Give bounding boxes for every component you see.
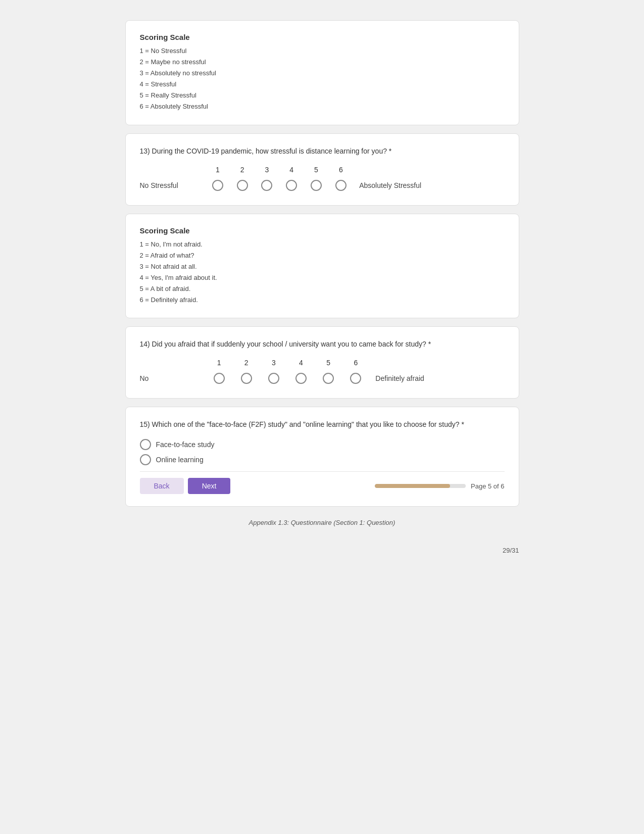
scale-item-2-1: 1 = No, I'm not afraid. <box>140 239 505 250</box>
scale-num-13-3: 3 <box>255 166 279 178</box>
option-15-2-label: Online learning <box>156 456 204 464</box>
question-13-text: 13) During the COVID-19 pandemic, how st… <box>140 146 505 157</box>
scale-14-header: 1 2 3 4 5 6 <box>140 359 505 371</box>
question-13-card: 13) During the COVID-19 pandemic, how st… <box>125 133 519 206</box>
scoring-scale-card-2: Scoring Scale 1 = No, I'm not afraid. 2 … <box>125 214 519 319</box>
scoring-scale-list-2: 1 = No, I'm not afraid. 2 = Afraid of wh… <box>140 239 505 306</box>
back-button[interactable]: Back <box>140 478 184 494</box>
option-15-1[interactable]: Face-to-face study <box>140 439 505 450</box>
scale-num-14-3: 3 <box>260 359 287 371</box>
scoring-scale-title-2: Scoring Scale <box>140 226 505 235</box>
scale-num-14-4: 4 <box>287 359 315 371</box>
navigation-bar: Back Next Page 5 of 6 <box>140 471 505 494</box>
scale-item-2-2: 2 = Afraid of what? <box>140 250 505 261</box>
scale-num-13-6: 6 <box>328 166 353 178</box>
scale-item-1-4: 4 = Stressful <box>140 79 505 90</box>
scale-num-13-4: 4 <box>279 166 304 178</box>
scale-item-2-5: 5 = A bit of afraid. <box>140 283 505 295</box>
progress-bar-container: Page 5 of 6 <box>375 482 505 490</box>
radio-14-5[interactable] <box>323 373 334 384</box>
scale-14-right-label: Definitely afraid <box>369 371 504 386</box>
page-number: 29/31 <box>125 547 519 554</box>
scale-13-left-label: No Stressful <box>140 178 206 193</box>
caption: Appendix 1.3: Questionnaire (Section 1: … <box>125 519 519 526</box>
next-button[interactable]: Next <box>188 478 231 494</box>
scoring-scale-card-1: Scoring Scale 1 = No Stressful 2 = Maybe… <box>125 20 519 125</box>
question-15-card: 15) Which one of the "face-to-face (F2F)… <box>125 407 519 507</box>
question-14-card: 14) Did you afraid that if suddenly your… <box>125 326 519 399</box>
page-label: Page 5 of 6 <box>471 482 505 490</box>
radio-13-5[interactable] <box>311 180 322 191</box>
scoring-scale-title-1: Scoring Scale <box>140 33 505 41</box>
radio-13-4[interactable] <box>286 180 297 191</box>
scale-13-radios: No Stressful Absolutely Stressful <box>140 178 505 193</box>
progress-track <box>375 484 466 488</box>
scale-item-1-1: 1 = No Stressful <box>140 45 505 57</box>
radio-14-6[interactable] <box>350 373 361 384</box>
scale-item-1-2: 2 = Maybe no stressful <box>140 57 505 68</box>
scale-13-header: 1 2 3 4 5 6 <box>140 166 505 178</box>
scale-num-14-6: 6 <box>342 359 369 371</box>
radio-13-2[interactable] <box>237 180 248 191</box>
scale-item-1-5: 5 = Really Stressful <box>140 90 505 101</box>
scale-item-1-3: 3 = Absolutely no stressful <box>140 68 505 79</box>
radio-13-1[interactable] <box>212 180 223 191</box>
scale-item-1-6: 6 = Absolutely Stressful <box>140 101 505 112</box>
question-14-text: 14) Did you afraid that if suddenly your… <box>140 339 505 350</box>
radio-14-3[interactable] <box>268 373 279 384</box>
scale-num-14-2: 2 <box>233 359 260 371</box>
radio-15-1[interactable] <box>140 439 151 450</box>
scoring-scale-list-1: 1 = No Stressful 2 = Maybe no stressful … <box>140 45 505 113</box>
question-15-text: 15) Which one of the "face-to-face (F2F)… <box>140 419 505 430</box>
scale-14-radios: No Definitely afraid <box>140 371 505 386</box>
option-15-1-label: Face-to-face study <box>156 440 215 449</box>
page-container: Scoring Scale 1 = No Stressful 2 = Maybe… <box>125 20 519 554</box>
scale-13-right-label: Absolutely Stressful <box>353 178 504 193</box>
scale-item-2-3: 3 = Not afraid at all. <box>140 261 505 272</box>
radio-15-2[interactable] <box>140 454 151 465</box>
radio-13-6[interactable] <box>335 180 346 191</box>
question-14-scale: 1 2 3 4 5 6 No Definitely afraid <box>140 359 505 386</box>
radio-14-4[interactable] <box>295 373 307 384</box>
question-13-scale: 1 2 3 4 5 6 No Stressful Absolutely <box>140 166 505 193</box>
scale-item-2-6: 6 = Definitely afraid. <box>140 295 505 306</box>
scale-num-13-1: 1 <box>206 166 230 178</box>
radio-13-3[interactable] <box>261 180 272 191</box>
radio-14-2[interactable] <box>241 373 252 384</box>
option-15-2[interactable]: Online learning <box>140 454 505 465</box>
scale-num-14-1: 1 <box>206 359 233 371</box>
scale-num-13-5: 5 <box>304 166 329 178</box>
scale-14-left-label: No <box>140 371 206 386</box>
scale-item-2-4: 4 = Yes, I'm afraid about it. <box>140 272 505 283</box>
progress-fill <box>375 484 450 488</box>
radio-14-1[interactable] <box>214 373 225 384</box>
scale-num-14-5: 5 <box>315 359 342 371</box>
scale-num-13-2: 2 <box>230 166 255 178</box>
